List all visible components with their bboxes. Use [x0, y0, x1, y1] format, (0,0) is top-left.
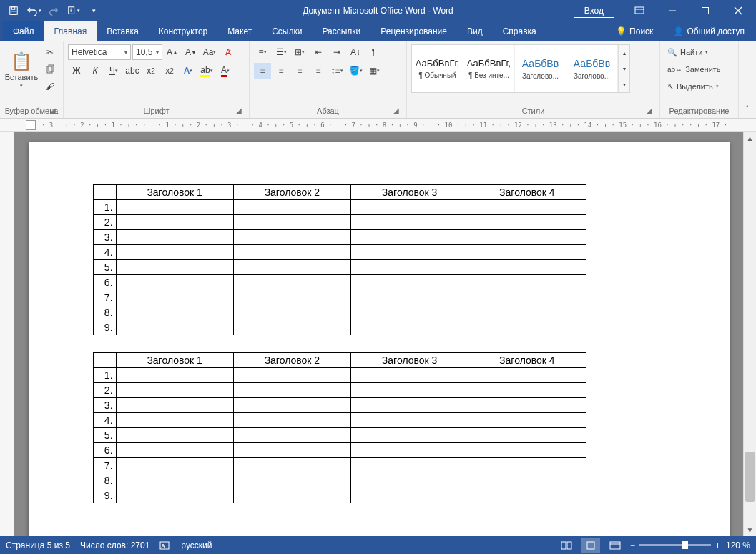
view-print-button[interactable] — [581, 538, 600, 553]
style-no-spacing[interactable]: АаБбВвГг,¶ Без инте... — [463, 45, 515, 92]
select-button[interactable]: ↖Выделить▾ — [664, 79, 724, 94]
vertical-scrollbar[interactable]: ▲ ▼ — [743, 132, 756, 536]
numbering-button[interactable]: ☰▾ — [273, 44, 290, 60]
ribbon-display-button[interactable] — [623, 0, 656, 21]
scroll-up-button[interactable]: ▲ — [744, 132, 756, 144]
sort-button[interactable]: A↓ — [347, 44, 364, 60]
highlight-button[interactable]: ab▾ — [198, 63, 215, 79]
save-button[interactable] — [4, 1, 23, 20]
maximize-button[interactable] — [689, 0, 722, 21]
qat-more-button[interactable]: ▾ — [64, 1, 83, 20]
bold-button[interactable]: Ж — [68, 63, 85, 79]
styles-more-button[interactable]: ▴▾▾ — [618, 45, 629, 92]
font-launcher[interactable]: ◢ — [235, 107, 243, 115]
clear-formatting-button[interactable]: A̷ — [220, 44, 237, 60]
styles-launcher[interactable]: ◢ — [645, 107, 654, 115]
collapse-ribbon-button[interactable]: ˄ — [739, 41, 756, 118]
tab-file[interactable]: Файл — [3, 21, 44, 41]
style-heading1[interactable]: АаБбВвЗаголово... — [515, 45, 566, 92]
tab-help[interactable]: Справка — [493, 21, 546, 41]
multilevel-button[interactable]: ⊞▾ — [291, 44, 308, 60]
table-1[interactable]: Заголовок 1Заголовок 2Заголовок 3Заголов… — [93, 184, 586, 335]
zoom-slider[interactable]: − + — [630, 540, 720, 550]
replace-button[interactable]: ab↔Заменить — [664, 61, 724, 77]
style-heading2[interactable]: АаБбВвЗаголово... — [566, 45, 618, 92]
cut-button[interactable]: ✂ — [41, 44, 59, 60]
find-button[interactable]: 🔍Найти▾ — [664, 44, 724, 60]
tab-review[interactable]: Рецензирование — [370, 21, 457, 41]
tab-view[interactable]: Вид — [457, 21, 493, 41]
styles-gallery: АаБбВвГг,¶ Обычный АаБбВвГг,¶ Без инте..… — [411, 44, 630, 93]
align-left-button[interactable]: ≡ — [254, 63, 271, 79]
subscript-button[interactable]: x2 — [142, 63, 159, 79]
line-spacing-button[interactable]: ↕≡▾ — [328, 63, 345, 79]
status-language[interactable]: русский — [181, 540, 212, 550]
align-center-button[interactable]: ≡ — [273, 63, 290, 79]
ribbon-tabs: Файл Главная Вставка Конструктор Макет С… — [0, 21, 756, 41]
text-effects-button[interactable]: A▾ — [180, 63, 197, 79]
underline-button[interactable]: Ч▾ — [105, 63, 122, 79]
tab-mailings[interactable]: Рассылки — [312, 21, 370, 41]
style-normal[interactable]: АаБбВвГг,¶ Обычный — [412, 45, 463, 92]
decrease-indent-button[interactable]: ⇤ — [310, 44, 327, 60]
bullets-button[interactable]: ≡▾ — [254, 44, 271, 60]
zoom-level[interactable]: 120 % — [726, 540, 750, 550]
brush-icon: 🖌 — [46, 81, 54, 91]
borders-button[interactable]: ▦▾ — [365, 63, 383, 79]
tab-insert[interactable]: Вставка — [97, 21, 149, 41]
copy-button[interactable] — [41, 61, 59, 77]
shrink-font-button[interactable]: A▼ — [182, 44, 200, 60]
paragraph-launcher[interactable]: ◢ — [392, 107, 401, 115]
italic-button[interactable]: К — [87, 63, 104, 79]
close-button[interactable] — [722, 0, 755, 21]
font-size-combo[interactable]: 10,5▾ — [132, 44, 162, 60]
status-proofing[interactable] — [159, 540, 171, 550]
zoom-out-button[interactable]: − — [630, 540, 635, 550]
align-right-button[interactable]: ≡ — [291, 63, 308, 79]
group-styles: АаБбВвГг,¶ Обычный АаБбВвГг,¶ Без инте..… — [407, 41, 660, 118]
scroll-thumb[interactable] — [745, 452, 755, 502]
show-marks-button[interactable]: ¶ — [365, 44, 383, 60]
view-read-button[interactable] — [557, 538, 576, 553]
qat-customize-button[interactable]: ▾ — [84, 1, 103, 20]
status-words[interactable]: Число слов: 2701 — [80, 540, 149, 550]
share-button[interactable]: 👤Общий доступ — [669, 26, 749, 36]
font-color-button[interactable]: A▾ — [217, 63, 234, 79]
scroll-down-button[interactable]: ▼ — [744, 523, 756, 536]
increase-indent-button[interactable]: ⇥ — [328, 44, 345, 60]
format-painter-button[interactable]: 🖌 — [41, 79, 59, 94]
paste-button[interactable]: 📋 Вставить ▾ — [4, 44, 39, 96]
justify-button[interactable]: ≡ — [310, 63, 327, 79]
clipboard-launcher[interactable]: ◢ — [49, 107, 57, 115]
minimize-button[interactable] — [656, 0, 689, 21]
redo-button[interactable] — [44, 1, 63, 20]
svg-rect-12 — [561, 542, 566, 549]
view-web-button[interactable] — [606, 538, 624, 553]
superscript-button[interactable]: x2 — [161, 63, 178, 79]
tab-design[interactable]: Конструктор — [149, 21, 217, 41]
ribbon: 📋 Вставить ▾ ✂ 🖌 Буфер обмена◢ Helvetica… — [0, 41, 756, 119]
document-canvas[interactable]: Заголовок 1Заголовок 2Заголовок 3Заголов… — [14, 132, 743, 536]
ruler-vertical[interactable] — [0, 132, 14, 536]
tab-selector[interactable] — [26, 120, 36, 130]
status-page[interactable]: Страница 5 из 5 — [6, 540, 70, 550]
signin-button[interactable]: Вход — [574, 4, 614, 18]
svg-rect-9 — [47, 66, 52, 73]
document-area: Заголовок 1Заголовок 2Заголовок 3Заголов… — [0, 132, 756, 536]
page[interactable]: Заголовок 1Заголовок 2Заголовок 3Заголов… — [29, 142, 730, 536]
status-bar: Страница 5 из 5 Число слов: 2701 русский… — [0, 536, 756, 554]
tab-layout[interactable]: Макет — [217, 21, 262, 41]
font-name-combo[interactable]: Helvetica▾ — [68, 44, 131, 60]
shading-button[interactable]: 🪣▾ — [347, 63, 364, 79]
tab-home[interactable]: Главная — [44, 21, 97, 41]
table-2[interactable]: Заголовок 1Заголовок 2Заголовок 3Заголов… — [93, 352, 586, 503]
change-case-button[interactable]: Aa▾ — [201, 44, 218, 60]
share-icon: 👤 — [673, 26, 684, 36]
strikethrough-button[interactable]: abc — [124, 63, 141, 79]
tell-me-search[interactable]: 💡Поиск — [612, 26, 657, 36]
ruler-horizontal[interactable]: · 3 · ı · 2 · ı · 1 · ı · · ı · 1 · ı · … — [0, 119, 756, 132]
undo-button[interactable]: ▾ — [24, 1, 43, 20]
tab-references[interactable]: Ссылки — [262, 21, 312, 41]
grow-font-button[interactable]: A▲ — [164, 44, 181, 60]
zoom-in-button[interactable]: + — [715, 540, 720, 550]
